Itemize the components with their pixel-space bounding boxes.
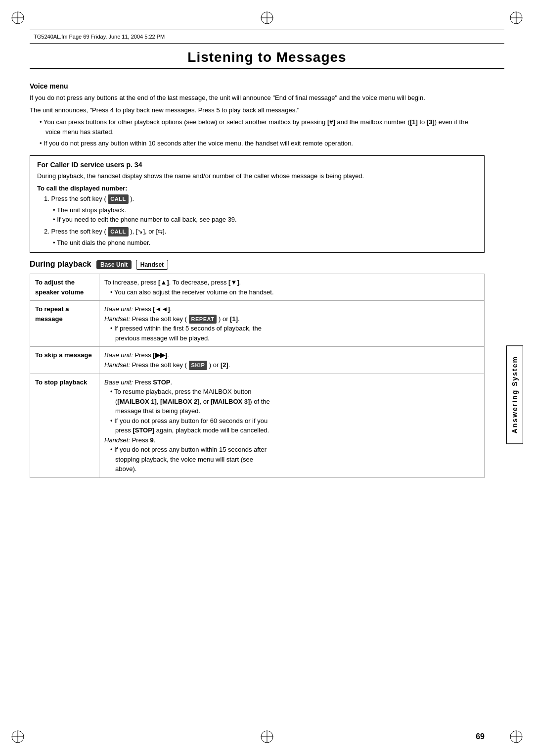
reg-mark-bm: [259, 729, 275, 746]
handset-badge: Handset: [136, 260, 168, 270]
page-title-underline: [30, 68, 504, 69]
side-tab-text: Answering System: [506, 345, 523, 444]
row4-right: Base unit: Press STOP. • To resume playb…: [99, 374, 485, 477]
reg-mark-tm: [259, 10, 275, 27]
repeat-badge: REPEAT: [189, 315, 217, 324]
caller-id-title: For Caller ID service users p. 34: [37, 161, 477, 169]
call-badge-2: CALL: [108, 227, 128, 236]
row1-right: To increase, press [▲]. To decrease, pre…: [99, 274, 485, 301]
voice-menu-title: Voice menu: [30, 82, 485, 90]
row3-right: Base unit: Press [▶▶]. Handset: Press th…: [99, 347, 485, 374]
voice-menu-bullets: You can press buttons for other playback…: [40, 117, 485, 148]
row1-left: To adjust thespeaker volume: [30, 274, 99, 301]
playback-title: During playback Base Unit Handset: [30, 260, 485, 270]
main-content: Voice menu If you do not press any butto…: [30, 73, 485, 716]
caller-id-box: For Caller ID service users p. 34 During…: [30, 155, 485, 253]
table-row: To repeat a message Base unit: Press [◄◄…: [30, 301, 485, 347]
reg-mark-tr: [508, 10, 524, 27]
table-row: To stop playback Base unit: Press STOP. …: [30, 374, 485, 477]
row4-left: To stop playback: [30, 374, 99, 477]
call-displayed-title: To call the displayed number:: [37, 185, 477, 192]
page-title: Listening to Messages: [30, 49, 504, 65]
reg-mark-br: [508, 729, 524, 746]
bullet-item-2: If you do not press any button within 10…: [40, 139, 485, 148]
voice-menu-para2: The unit announces, "Press 4 to play bac…: [30, 105, 485, 115]
table-row: To skip a message Base unit: Press [▶▶].…: [30, 347, 485, 374]
skip-badge: SKIP: [189, 361, 208, 370]
call-steps: 1. Press the soft key ( CALL ). The unit…: [44, 194, 477, 247]
row2-right: Base unit: Press [◄◄]. Handset: Press th…: [99, 301, 485, 347]
table-row: To adjust thespeaker volume To increase,…: [30, 274, 485, 301]
playback-table: To adjust thespeaker volume To increase,…: [30, 274, 485, 478]
voice-menu-para1: If you do not press any buttons at the e…: [30, 93, 485, 103]
page-number: 69: [476, 732, 485, 741]
file-info: TG5240AL.fm Page 69 Friday, June 11, 200…: [34, 34, 165, 40]
call-badge-1: CALL: [108, 194, 128, 204]
step-2: 2. Press the soft key ( CALL ), [↘], or …: [44, 227, 477, 236]
step-1-bullet-1: The unit stops playback.: [53, 205, 477, 215]
step-1: 1. Press the soft key ( CALL ).: [44, 194, 477, 204]
step-1-bullets: The unit stops playback. If you need to …: [53, 205, 477, 225]
reg-mark-bl: [10, 729, 26, 746]
step-2-bullets: The unit dials the phone number.: [53, 238, 477, 248]
base-unit-badge: Base Unit: [96, 260, 132, 269]
step-1-bullet-2: If you need to edit the phone number to …: [53, 215, 477, 225]
caller-id-body: During playback, the handset display sho…: [37, 171, 477, 181]
step-2-bullet-1: The unit dials the phone number.: [53, 238, 477, 248]
side-tab: Answering System: [505, 73, 524, 716]
page-title-area: Listening to Messages: [30, 49, 504, 69]
row2-left: To repeat a message: [30, 301, 99, 347]
reg-mark-tl: [10, 10, 26, 27]
header-bar: TG5240AL.fm Page 69 Friday, June 11, 200…: [30, 30, 504, 44]
bullet-item-1: You can press buttons for other playback…: [40, 117, 485, 137]
row3-left: To skip a message: [30, 347, 99, 374]
